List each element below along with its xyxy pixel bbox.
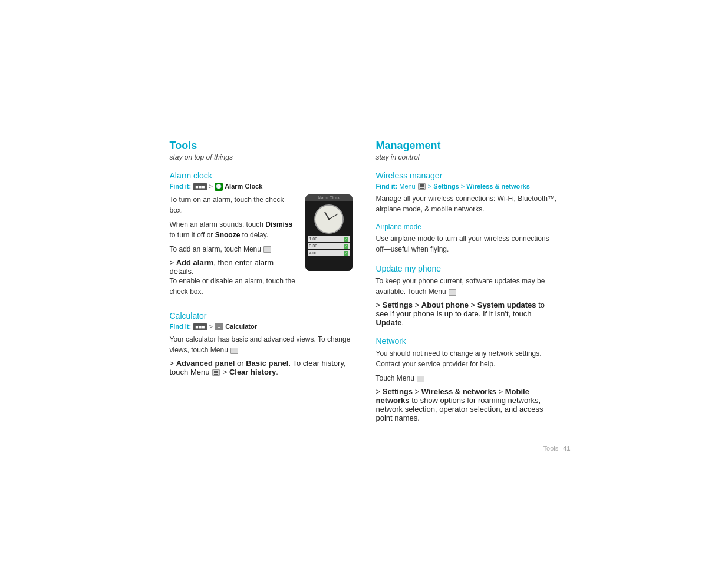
clock-face — [314, 204, 344, 234]
alarm-clock-find-it: Find it: ■■■ > 🕐 Alarm Clock — [170, 183, 353, 191]
page-footer: Tools 41 — [543, 445, 571, 452]
page-number: 41 — [563, 445, 570, 452]
calc-app-name: Calculator — [225, 323, 257, 330]
alarm-check-1: ✓ — [344, 237, 348, 242]
update-phone-title: Update my phone — [376, 264, 559, 273]
alarm-clock-image: Alarm Clock 1:00 ✓ — [305, 194, 353, 271]
tools-section-title: Tools — [170, 140, 353, 152]
alarm-clock-title: Alarm clock — [170, 171, 353, 180]
calculator-title: Calculator — [170, 311, 353, 320]
find-it-label: Find it: — [170, 183, 192, 190]
calculator-find-it: Find it: ■■■ > = Calculator — [170, 323, 353, 331]
phone-screen: 1:00 ✓ 3:30 ✓ 4:00 ✓ — [305, 201, 353, 271]
phone-mockup: Alarm Clock 1:00 ✓ — [305, 194, 353, 271]
alarm-clock-app-icon: 🕐 — [215, 183, 223, 191]
alarm-check-2: ✓ — [344, 244, 348, 249]
network-text-1: You should not need to change any networ… — [376, 348, 559, 369]
calc-menu-icon: ■■■ — [193, 323, 207, 330]
wireless-manager-title: Wireless manager — [376, 171, 559, 180]
wireless-find-it: Find it: Menu > Settings > Wireless & ne… — [376, 183, 559, 190]
management-subtitle: stay in control — [376, 153, 559, 161]
menu-inline-icon — [263, 246, 271, 253]
alarm-time-3: 4:00 — [309, 251, 318, 255]
wireless-find-it-label: Find it: — [376, 183, 398, 190]
wireless-text: Manage all your wireless connections: Wi… — [376, 193, 559, 214]
update-phone-text: To keep your phone current, software upd… — [376, 276, 559, 297]
clock-center — [328, 218, 330, 220]
calc-menu-inline-icon — [230, 348, 238, 354]
alarm-item-1: 1:00 ✓ — [308, 236, 350, 242]
menu-button-icon: ■■■ — [193, 183, 207, 190]
clock-minute-hand — [328, 213, 338, 219]
alarm-text-3: To add an alarm, touch Menu — [170, 244, 299, 254]
alarm-text-4: To enable or disable an alarm, touch the… — [170, 276, 299, 297]
calc-menu-inline-icon2 — [212, 369, 220, 376]
alarm-time-1: 1:00 — [309, 237, 318, 241]
alarm-item-2: 3:30 ✓ — [308, 243, 350, 249]
calc-find-it-label: Find it: — [170, 323, 192, 330]
calc-app-icon: = — [215, 323, 223, 330]
alarm-clock-content: To turn on an alarm, touch the check box… — [170, 194, 353, 300]
management-section-title: Management — [376, 140, 559, 152]
alarm-clock-label: Alarm Clock — [305, 194, 353, 201]
network-text-2: Touch Menu — [376, 373, 559, 384]
alarm-item-3: 4:00 ✓ — [308, 250, 350, 256]
alarm-text-1: To turn on an alarm, touch the check box… — [170, 194, 299, 216]
tools-subtitle: stay on top of things — [170, 153, 353, 161]
wireless-menu-icon — [418, 183, 426, 190]
alarm-text-2: When an alarm sounds, touch Dismiss to t… — [170, 219, 299, 240]
alarm-list: 1:00 ✓ 3:30 ✓ 4:00 ✓ — [308, 236, 350, 257]
network-title: Network — [376, 336, 559, 346]
update-menu-icon — [449, 289, 456, 296]
alarm-clock-app-name: Alarm Clock — [225, 183, 262, 190]
network-menu-icon — [417, 376, 424, 382]
footer-label: Tools — [543, 445, 559, 452]
tools-column: Tools stay on top of things Alarm clock … — [170, 140, 353, 423]
airplane-mode-text: Use airplane mode to turn all your wirel… — [376, 233, 559, 254]
alarm-time-2: 3:30 — [309, 244, 318, 248]
alarm-clock-text: To turn on an alarm, touch the check box… — [170, 194, 299, 300]
alarm-check-3: ✓ — [344, 251, 348, 256]
calculator-text: Your calculator has basic and advanced v… — [170, 334, 353, 355]
airplane-mode-title: Airplane mode — [376, 223, 559, 231]
management-column: Management stay in control Wireless mana… — [376, 140, 559, 423]
